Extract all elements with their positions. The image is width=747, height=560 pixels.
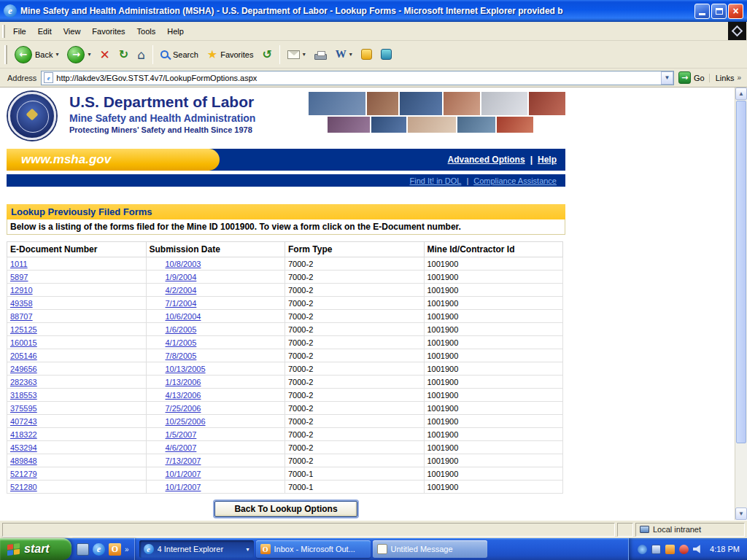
edocument-link[interactable]: 282363 — [10, 378, 37, 386]
network-tray-icon[interactable] — [651, 545, 661, 554]
submission-date-link[interactable]: 7/8/2005 — [166, 351, 197, 360]
submission-date-link[interactable]: 10/6/2004 — [166, 312, 201, 321]
submission-date-link[interactable]: 4/13/2006 — [166, 391, 201, 400]
toolbar-grip[interactable] — [2, 25, 5, 38]
outlook-quicklaunch-icon[interactable]: O — [109, 543, 121, 556]
submission-date-link[interactable]: 10/25/2006 — [166, 417, 206, 426]
forward-dropdown-icon[interactable]: ▾ — [88, 51, 90, 58]
menu-edit[interactable]: Edit — [32, 23, 58, 39]
taskbar-clock[interactable]: 4:18 PM — [707, 545, 740, 553]
submission-date-link[interactable]: 4/1/2005 — [166, 338, 197, 347]
back-dropdown-icon[interactable]: ▾ — [55, 51, 58, 58]
submission-date-link[interactable]: 7/1/2004 — [166, 299, 197, 308]
edocument-link[interactable]: 205146 — [10, 351, 37, 360]
table-row: 52128010/1/20077000-11001900 — [7, 481, 563, 494]
submission-date-link[interactable]: 7/25/2006 — [166, 404, 201, 413]
find-it-in-dol-link[interactable]: Find It! in DOL — [409, 176, 461, 185]
quicklaunch-chevron-icon[interactable]: » — [125, 545, 129, 553]
start-button[interactable]: start — [0, 538, 71, 560]
address-input[interactable]: e http://lakdev3/EGov.STST.4v7/LookupFor… — [41, 71, 674, 85]
edocument-link[interactable]: 521279 — [10, 470, 37, 478]
forward-button[interactable]: → ▾ — [63, 44, 95, 66]
menu-help[interactable]: Help — [161, 23, 190, 39]
edocument-link[interactable]: 375595 — [10, 404, 37, 413]
search-button[interactable]: Search — [156, 48, 203, 61]
scrollbar-thumb[interactable] — [736, 101, 746, 443]
submission-date-link[interactable]: 10/8/2003 — [166, 260, 201, 268]
favorites-button[interactable]: ★ Favorites — [203, 45, 258, 63]
mail-dropdown-icon[interactable]: ▾ — [303, 51, 306, 58]
edocument-link[interactable]: 407243 — [10, 417, 37, 426]
go-button[interactable]: → Go — [678, 71, 705, 84]
links-toolbar[interactable]: Links » — [709, 74, 744, 82]
edocument-link[interactable]: 521280 — [10, 483, 37, 491]
discuss-button[interactable] — [357, 47, 376, 62]
edocument-link[interactable]: 418322 — [10, 430, 37, 439]
taskbar-button-outlook-inbox[interactable]: O Inbox - Microsoft Out... — [256, 540, 371, 558]
submission-date-link[interactable]: 4/2/2004 — [166, 286, 197, 295]
scroll-up-button[interactable]: ▲ — [735, 88, 747, 100]
print-button[interactable] — [310, 47, 331, 62]
table-cell: 375595 — [7, 402, 147, 415]
minimize-button[interactable] — [694, 4, 710, 19]
advanced-options-link[interactable]: Advanced Options — [448, 155, 525, 165]
menu-favorites[interactable]: Favorites — [86, 23, 131, 39]
edocument-link[interactable]: 318553 — [10, 391, 37, 400]
scrollbar-track[interactable] — [735, 100, 747, 508]
msha-site-tab[interactable]: www.msha.gov — [7, 149, 220, 171]
back-button[interactable]: ← Back ▾ — [10, 44, 63, 66]
back-to-lookup-options-button[interactable]: Back To Lookup Options — [214, 501, 357, 517]
mail-button[interactable]: ▾ — [283, 48, 310, 61]
menu-file[interactable]: File — [7, 23, 32, 39]
edocument-link[interactable]: 49358 — [10, 299, 33, 308]
submission-date-link[interactable]: 1/6/2005 — [166, 325, 197, 334]
maximize-button[interactable] — [711, 4, 727, 19]
messenger-button[interactable] — [376, 47, 396, 62]
group-dropdown-icon[interactable]: ▾ — [247, 546, 249, 553]
edocument-link[interactable]: 88707 — [10, 312, 33, 321]
submission-date-link[interactable]: 4/6/2007 — [166, 443, 197, 452]
table-row: 24965610/13/20057000-21001900 — [7, 362, 563, 376]
edit-dropdown-icon[interactable]: ▾ — [349, 51, 352, 58]
submission-date-link[interactable]: 10/13/2005 — [166, 365, 206, 373]
update-tray-icon[interactable] — [665, 545, 675, 554]
security-tray-icon[interactable] — [679, 545, 689, 554]
table-cell: 7/1/2004 — [146, 297, 285, 310]
taskbar-button-untitled-message[interactable]: Untitled Message — [373, 540, 487, 558]
ie-quicklaunch-icon[interactable]: e — [93, 543, 105, 556]
vertical-scrollbar[interactable]: ▲ ▼ — [735, 88, 747, 520]
edocument-link[interactable]: 1011 — [10, 260, 28, 268]
scroll-down-button[interactable]: ▼ — [735, 508, 747, 520]
close-button[interactable]: × — [728, 4, 743, 19]
edocument-link[interactable]: 160015 — [10, 338, 37, 347]
edocument-link[interactable]: 453294 — [10, 443, 37, 452]
submission-date-link[interactable]: 1/9/2004 — [166, 273, 197, 281]
taskbar-group-internet-explorer[interactable]: e 4 Internet Explorer ▾ — [139, 540, 254, 558]
help-link[interactable]: Help — [538, 155, 557, 165]
address-dropdown-icon[interactable]: ▼ — [661, 71, 673, 85]
edocument-link[interactable]: 5897 — [10, 273, 28, 281]
submission-date-link[interactable]: 1/5/2007 — [166, 430, 197, 439]
stop-button[interactable]: ✕ — [96, 45, 115, 64]
home-button[interactable]: ⌂ — [133, 45, 150, 64]
volume-tray-icon[interactable] — [693, 545, 703, 554]
refresh-button[interactable]: ↻ — [115, 45, 133, 63]
edocument-link[interactable]: 12910 — [10, 286, 33, 295]
submission-date-link[interactable]: 10/1/2007 — [166, 470, 201, 478]
edocument-link[interactable]: 489848 — [10, 456, 37, 465]
submission-date-link[interactable]: 7/13/2007 — [166, 456, 201, 465]
links-chevron-icon[interactable]: » — [737, 74, 741, 82]
compliance-assistance-link[interactable]: Compliance Assistance — [473, 176, 557, 185]
menu-tools[interactable]: Tools — [131, 23, 162, 39]
address-url[interactable]: http://lakdev3/EGov.STST.4v7/LookupFormO… — [56, 74, 661, 82]
edocument-link[interactable]: 249656 — [10, 365, 37, 373]
edocument-link[interactable]: 125125 — [10, 325, 37, 334]
submission-date-link[interactable]: 10/1/2007 — [166, 483, 201, 491]
messenger-tray-icon[interactable] — [638, 545, 647, 554]
history-button[interactable]: ↺ — [258, 45, 276, 63]
toolbar-grip[interactable] — [4, 45, 7, 64]
menu-view[interactable]: View — [58, 23, 87, 39]
edit-with-word-button[interactable]: W ▾ — [331, 46, 357, 63]
submission-date-link[interactable]: 1/13/2006 — [166, 378, 201, 386]
show-desktop-icon[interactable] — [77, 543, 89, 556]
